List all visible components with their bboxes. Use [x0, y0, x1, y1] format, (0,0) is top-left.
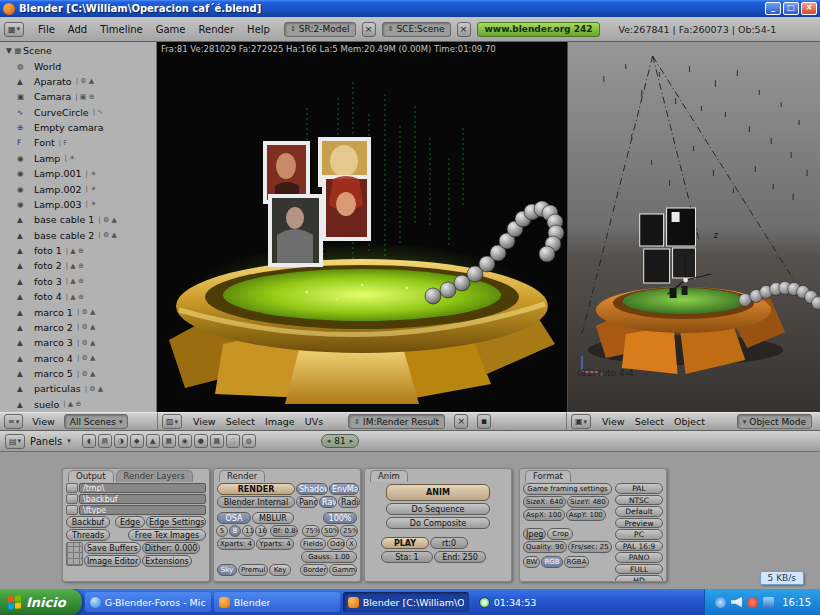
format-preset-button[interactable]: HD — [615, 575, 663, 582]
mblur-toggle[interactable]: MBLUR — [252, 512, 294, 524]
do-composite-toggle[interactable]: Do Composite — [386, 517, 490, 529]
frames-per-sec-field[interactable]: Frs/sec: 25 — [568, 541, 612, 553]
outliner-item[interactable]: ▲ marco 4 | ⚙ ▲ — [0, 351, 156, 366]
buttons-window-type-button[interactable]: ▤ ▾ — [5, 434, 25, 449]
material-icon[interactable]: ● — [194, 434, 208, 448]
threads-toggle[interactable]: Threads — [66, 529, 110, 541]
outliner-item[interactable]: F Font | F — [0, 135, 156, 150]
texture-icon[interactable]: ▩ — [210, 434, 224, 448]
aspy-field[interactable]: AspY: 100 — [566, 509, 606, 521]
outliner-item[interactable]: ▲ marco 1 | ⚙ ▲ — [0, 304, 156, 319]
menu-item[interactable]: File — [38, 24, 55, 35]
tab-format[interactable]: Format — [525, 470, 571, 482]
file-browse-icon[interactable] — [66, 494, 78, 504]
outliner-item-label[interactable]: CurveCircle — [34, 107, 89, 118]
outliner-item[interactable]: ▲ marco 3 | ⚙ ▲ — [0, 335, 156, 350]
outliner-item-label[interactable]: foto 4 — [34, 291, 62, 302]
window-titlebar[interactable]: Blender [C:\William\Operacion caf´é.blen… — [0, 0, 820, 17]
outliner-item-label[interactable]: marco 2 — [34, 322, 73, 333]
editing-context-icon[interactable]: ▲ — [146, 434, 160, 448]
aspx-field[interactable]: AspX: 100 — [523, 509, 565, 521]
frame-increment-icon[interactable]: ▸ — [350, 437, 354, 445]
image-window-type-button[interactable]: ▨ ▾ — [162, 414, 182, 429]
game-framing-button[interactable]: Game framing settings — [523, 483, 612, 495]
outliner-item-label[interactable]: Font — [34, 137, 55, 148]
render-engine-dropdown[interactable]: Blender Internal — [217, 496, 295, 508]
view3d-window-type-button[interactable]: ▣ ▾ — [571, 414, 591, 429]
antivirus-icon[interactable] — [747, 597, 758, 608]
size-75-button[interactable]: 75% — [302, 525, 320, 537]
menu-item[interactable]: View — [602, 416, 625, 427]
menu-item[interactable]: Select — [226, 416, 255, 427]
tab-anim[interactable]: Anim — [370, 470, 408, 482]
anim-button[interactable]: ANIM — [386, 484, 490, 501]
outliner-item-label[interactable]: base cable 1 — [34, 214, 94, 225]
outliner-item[interactable]: ◉ Lamp.001 | ☀ — [0, 166, 156, 181]
osa-toggle[interactable]: OSA — [217, 512, 251, 524]
maximize-button[interactable]: □ — [783, 2, 799, 15]
outliner-item-label[interactable]: World — [34, 61, 61, 72]
stopwatch-tray-item[interactable]: 01:34:53 — [479, 597, 537, 608]
start-frame-field[interactable]: Sta: 1 — [381, 551, 433, 563]
lamp-icon[interactable]: ◉ — [178, 434, 192, 448]
taskbar-task[interactable]: Blender [C:\William\O... — [343, 592, 469, 612]
outliner-item[interactable]: ◍ World — [0, 58, 156, 73]
world-icon[interactable]: ◍ — [242, 434, 256, 448]
outliner-item[interactable]: ▲ base cable 1 | ⚙ ▲ — [0, 212, 156, 227]
border-toggle[interactable]: Border — [300, 564, 328, 576]
outliner-item-label[interactable]: Lamp.002 — [34, 184, 82, 195]
format-preset-button[interactable]: PAL — [615, 483, 663, 494]
render-button[interactable]: RENDER — [217, 483, 295, 495]
outliner-item[interactable]: ▲ Aparato | ⚙ ▲ — [0, 74, 156, 89]
start-button[interactable]: Inicio — [0, 589, 82, 615]
outliner-item[interactable]: ◉ Lamp.002 | ☀ — [0, 181, 156, 196]
logic-context-icon[interactable]: ◖ — [82, 434, 96, 448]
screen-close-button[interactable]: × — [362, 22, 376, 37]
fields-x-toggle[interactable]: X — [346, 538, 357, 550]
size-25-button[interactable]: 25% — [340, 525, 358, 537]
outliner-item-label[interactable]: Aparato — [34, 76, 72, 87]
format-preset-button[interactable]: PANO — [615, 552, 663, 563]
mode-dropdown[interactable]: ▾ Object Mode — [737, 414, 812, 429]
extensions-toggle[interactable]: Extensions — [142, 555, 191, 567]
scene-close-button[interactable]: × — [457, 22, 471, 37]
outliner-item-label[interactable]: marco 5 — [34, 368, 73, 379]
outliner-item[interactable]: ▣ Camara | ▣ ⊕ — [0, 89, 156, 104]
ftype-path-field[interactable]: \ftype — [79, 505, 206, 515]
image-editor-dropdown[interactable]: Image Editor — [84, 555, 141, 567]
outliner-panel[interactable]: ▼ ▦ Scene ◍ World ▲ Aparato | ⚙ ▲ — [0, 42, 157, 412]
outliner-item-label[interactable]: Lamp.003 — [34, 199, 82, 210]
outliner-item-label[interactable]: marco 1 — [34, 307, 73, 318]
outliner-item[interactable]: ∿ CurveCircle | ∿ — [0, 105, 156, 120]
radiosity-icon[interactable]: ◌ — [226, 434, 240, 448]
outliner-item-label[interactable]: Camara — [34, 91, 71, 102]
menu-item[interactable]: Render — [199, 24, 235, 35]
outliner-item-label[interactable]: base cable 2 — [34, 230, 94, 241]
gamma-toggle[interactable]: Gamma — [329, 564, 357, 576]
end-frame-field[interactable]: End: 250 — [434, 551, 486, 563]
outliner-item[interactable]: ⊕ Empty camara — [0, 120, 156, 135]
outliner-item[interactable]: ▲ marco 2 | ⚙ ▲ — [0, 320, 156, 335]
dither-field[interactable]: Dither: 0.000 — [142, 542, 201, 554]
osa-samples-button[interactable]: 8 — [229, 525, 241, 537]
lock-icon[interactable]: ▪ — [477, 414, 491, 429]
outliner-item[interactable]: ▼ ▦ Scene — [0, 43, 156, 58]
camera-3d-viewport[interactable]: z x (81) foto 4-4 — [567, 42, 820, 412]
menu-item[interactable]: Timeline — [100, 24, 143, 35]
osa-samples-button[interactable]: 5 — [216, 525, 228, 537]
format-preset-button[interactable]: Preview — [615, 518, 663, 529]
sizex-field[interactable]: SizeX: 640 — [523, 496, 566, 508]
network-icon[interactable] — [763, 597, 774, 608]
tab-output[interactable]: Output — [68, 470, 114, 482]
render-result-view[interactable]: Fra:81 Ve:281029 Fa:272925 Ha:166 La:5 M… — [157, 42, 567, 412]
osa-samples-button[interactable]: 16 — [255, 525, 267, 537]
edge-toggle[interactable]: Edge — [115, 516, 145, 528]
outliner-item[interactable]: ▲ foto 2 | ▲ ⊕ — [0, 258, 156, 273]
object-context-icon[interactable]: ◆ — [130, 434, 144, 448]
format-preset-button[interactable]: FULL — [615, 564, 663, 575]
backbuf-toggle[interactable]: Backbuf — [66, 516, 110, 528]
file-browse-icon[interactable] — [66, 505, 78, 515]
backbuf-path-field[interactable]: \backbuf — [79, 494, 206, 504]
filetype-dropdown[interactable]: Jpeg — [523, 528, 546, 540]
rgb-toggle[interactable]: RGB — [541, 556, 562, 568]
